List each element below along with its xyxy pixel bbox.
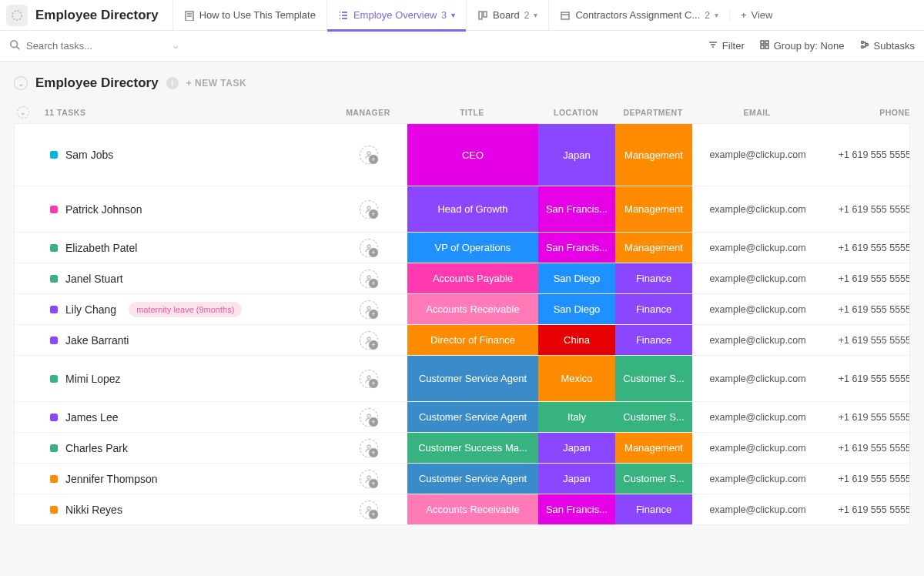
view-tab[interactable]: Contractors Assignment C...2▾ bbox=[548, 0, 729, 31]
assign-manager-button[interactable] bbox=[360, 408, 378, 427]
department-cell[interactable]: Customer S... bbox=[615, 464, 692, 494]
assign-manager-button[interactable] bbox=[360, 470, 378, 488]
status-square[interactable] bbox=[50, 414, 58, 421]
location-cell[interactable]: San Diego bbox=[538, 263, 615, 293]
status-square[interactable] bbox=[50, 151, 58, 159]
email-cell[interactable]: example@clickup.com bbox=[692, 294, 823, 324]
department-cell[interactable]: Finance bbox=[615, 294, 692, 324]
assign-manager-button[interactable] bbox=[360, 370, 378, 388]
email-cell[interactable]: example@clickup.com bbox=[692, 233, 823, 263]
employee-name[interactable]: Mimi Lopez bbox=[65, 373, 121, 385]
search-input[interactable] bbox=[26, 40, 167, 52]
col-location[interactable]: LOCATION bbox=[537, 108, 614, 117]
new-task-button[interactable]: + NEW TASK bbox=[186, 78, 246, 89]
email-cell[interactable]: example@clickup.com bbox=[692, 263, 823, 293]
department-cell[interactable]: Management bbox=[615, 433, 692, 463]
email-cell[interactable]: example@clickup.com bbox=[692, 124, 823, 186]
email-cell[interactable]: example@clickup.com bbox=[692, 464, 823, 494]
email-cell[interactable]: example@clickup.com bbox=[692, 402, 823, 432]
assign-manager-button[interactable] bbox=[360, 146, 378, 164]
assign-manager-button[interactable] bbox=[360, 331, 378, 350]
col-title[interactable]: TITLE bbox=[407, 108, 537, 117]
employee-name[interactable]: Patrick Johnson bbox=[65, 203, 142, 216]
title-cell[interactable]: VP of Operations bbox=[407, 233, 538, 263]
table-row[interactable]: Lily Changmaternity leave (9months)Accou… bbox=[15, 293, 909, 324]
col-department[interactable]: DEPARTMENT bbox=[614, 108, 691, 117]
employee-name[interactable]: James Lee bbox=[65, 411, 118, 424]
assign-manager-button[interactable] bbox=[360, 501, 378, 519]
location-cell[interactable]: San Francis... bbox=[538, 233, 615, 263]
info-icon[interactable]: i bbox=[166, 77, 179, 89]
location-cell[interactable]: San Diego bbox=[538, 294, 615, 324]
status-square[interactable] bbox=[50, 306, 58, 313]
subtasks-button[interactable]: Subtasks bbox=[860, 40, 915, 52]
table-row[interactable]: Janel StuartAccounts PayableSan DiegoFin… bbox=[15, 263, 909, 293]
table-row[interactable]: Sam JobsCEOJapanManagementexample@clicku… bbox=[15, 124, 909, 186]
phone-cell[interactable]: +1 619 555 5555 bbox=[823, 433, 910, 463]
title-cell[interactable]: Customer Service Agent bbox=[407, 464, 538, 494]
title-cell[interactable]: Accounts Receivable bbox=[407, 294, 538, 324]
groupby-button[interactable]: Group by: None bbox=[760, 40, 845, 52]
assign-manager-button[interactable] bbox=[360, 300, 378, 319]
assign-manager-button[interactable] bbox=[360, 270, 378, 288]
email-cell[interactable]: example@clickup.com bbox=[692, 186, 823, 232]
status-square[interactable] bbox=[50, 337, 58, 344]
employee-name[interactable]: Elizabeth Patel bbox=[65, 242, 137, 254]
location-cell[interactable]: San Francis... bbox=[538, 186, 615, 232]
chevron-down-icon[interactable]: ▾ bbox=[451, 11, 455, 19]
col-phone[interactable]: PHONE bbox=[822, 108, 915, 117]
location-cell[interactable]: China bbox=[538, 325, 615, 355]
title-cell[interactable]: Head of Growth bbox=[407, 186, 538, 232]
department-cell[interactable]: Customer S... bbox=[615, 356, 692, 401]
chevron-down-icon[interactable]: ▾ bbox=[715, 11, 718, 19]
employee-name[interactable]: Janel Stuart bbox=[65, 273, 123, 285]
view-tab[interactable]: How to Use This Template bbox=[172, 0, 326, 31]
col-email[interactable]: EMAIL bbox=[691, 108, 822, 117]
location-cell[interactable]: San Francis... bbox=[538, 494, 615, 524]
location-cell[interactable]: Italy bbox=[538, 402, 615, 432]
location-cell[interactable]: Japan bbox=[538, 433, 615, 463]
email-cell[interactable]: example@clickup.com bbox=[692, 494, 823, 524]
add-view-button[interactable]: + View bbox=[729, 9, 784, 21]
phone-cell[interactable]: +1 619 555 5555 bbox=[823, 402, 910, 432]
table-row[interactable]: Patrick JohnsonHead of GrowthSan Francis… bbox=[15, 186, 909, 232]
title-cell[interactable]: Customer Service Agent bbox=[407, 356, 538, 401]
phone-cell[interactable]: +1 619 555 5555 bbox=[823, 186, 910, 232]
phone-cell[interactable]: +1 619 555 5555 bbox=[823, 356, 910, 401]
status-square[interactable] bbox=[50, 244, 58, 252]
email-cell[interactable]: example@clickup.com bbox=[692, 356, 823, 401]
assign-manager-button[interactable] bbox=[360, 200, 378, 219]
collapse-toggle[interactable]: ⌄ bbox=[14, 76, 28, 90]
employee-name[interactable]: Lily Chang bbox=[65, 303, 116, 316]
location-cell[interactable]: Mexico bbox=[538, 356, 615, 401]
assign-manager-button[interactable] bbox=[360, 239, 378, 257]
department-cell[interactable]: Management bbox=[615, 233, 692, 263]
table-row[interactable]: Jake BarrantiDirector of FinanceChinaFin… bbox=[15, 324, 909, 355]
department-cell[interactable]: Customer S... bbox=[615, 402, 692, 432]
table-row[interactable]: Mimi LopezCustomer Service AgentMexicoCu… bbox=[15, 355, 909, 401]
title-cell[interactable]: Customer Service Agent bbox=[407, 402, 538, 432]
table-row[interactable]: Elizabeth PatelVP of OperationsSan Franc… bbox=[15, 232, 909, 263]
status-square[interactable] bbox=[50, 275, 58, 283]
department-cell[interactable]: Management bbox=[615, 186, 692, 232]
phone-cell[interactable]: +1 619 555 5555 bbox=[823, 294, 910, 324]
table-row[interactable]: Jennifer ThompsonCustomer Service AgentJ… bbox=[15, 463, 909, 494]
phone-cell[interactable]: +1 619 555 5555 bbox=[823, 494, 910, 524]
view-tab[interactable]: Board2▾ bbox=[466, 0, 548, 31]
chevron-down-icon[interactable]: ⌵ bbox=[173, 41, 179, 51]
phone-cell[interactable]: +1 619 555 5555 bbox=[823, 233, 910, 263]
assign-manager-button[interactable] bbox=[360, 439, 378, 457]
status-square[interactable] bbox=[50, 475, 58, 483]
title-cell[interactable]: Customer Success Ma... bbox=[407, 433, 538, 463]
employee-name[interactable]: Jennifer Thompson bbox=[65, 473, 158, 485]
filter-button[interactable]: Filter bbox=[708, 40, 745, 52]
department-cell[interactable]: Management bbox=[615, 124, 692, 186]
title-cell[interactable]: Director of Finance bbox=[407, 325, 538, 355]
employee-name[interactable]: Nikki Reyes bbox=[65, 504, 122, 516]
employee-name[interactable]: Charles Park bbox=[65, 442, 128, 454]
employee-name[interactable]: Sam Jobs bbox=[65, 149, 113, 161]
status-square[interactable] bbox=[50, 506, 58, 514]
phone-cell[interactable]: +1 619 555 5555 bbox=[823, 124, 910, 186]
location-cell[interactable]: Japan bbox=[538, 124, 615, 186]
phone-cell[interactable]: +1 619 555 5555 bbox=[823, 325, 910, 355]
